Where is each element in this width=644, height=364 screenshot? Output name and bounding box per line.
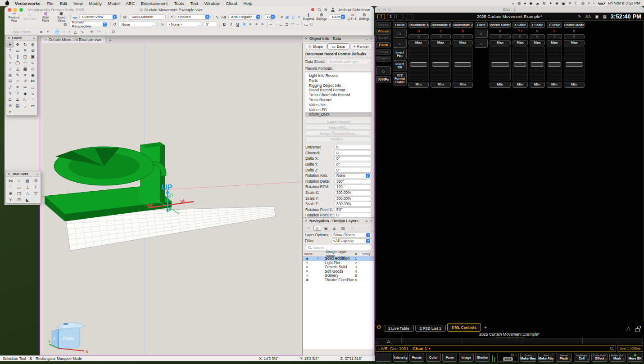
navigation-header[interactable]: ✕ Navigation - Design Layers ≡? (303, 218, 374, 224)
encoder-tab-generic-control[interactable]: Generic Control (490, 22, 511, 28)
menubar-status-icon[interactable]: ◒ (512, 1, 514, 5)
tool-set-icon[interactable]: ▤ (23, 177, 32, 184)
record-format-item-video-acc[interactable]: Video Acc (305, 103, 372, 108)
min-button[interactable]: Min (453, 82, 473, 88)
oi-field-input-scale-z[interactable]: 300.00% (335, 202, 372, 207)
home-button[interactable]: ⌂ (564, 34, 585, 39)
align-left-button[interactable]: ≡ (242, 22, 246, 27)
record-format-item-rigging-object-info[interactable]: Rigging Object Info (305, 83, 372, 88)
home-button[interactable]: ⌂ (376, 66, 391, 75)
max-button[interactable]: Max (547, 40, 562, 45)
max-button[interactable]: Max (408, 40, 429, 45)
corner-icon[interactable]: ∟ (279, 22, 283, 27)
menubar-item-entertainment[interactable]: Entertainment (138, 1, 171, 6)
eos-category-button-color[interactable]: Color (376, 36, 391, 41)
basic-tool-icon[interactable]: ✕ (14, 84, 22, 90)
menubar-status-icon[interactable]: ⌗ (588, 1, 590, 6)
design-layer-row-light-plot[interactable]: ✕Light Plot2 (303, 261, 374, 265)
render-mode-select[interactable]: Shaded (176, 14, 211, 20)
max-button[interactable]: Max (564, 40, 585, 45)
oi-field-input-rotation-point-x[interactable]: 5'0" (335, 207, 372, 212)
constraint-select[interactable]: None⌄ (118, 22, 155, 27)
oi-field-input-channel[interactable]: 0 (335, 151, 372, 156)
basic-tool-icon[interactable]: ∥ (14, 54, 22, 60)
zoom-window-button[interactable] (19, 8, 23, 12)
tool-sets-titlebar[interactable]: ✕ Tool Sets ≡ (6, 171, 41, 177)
parameter-key-image[interactable]: Image (459, 353, 474, 362)
menubar-item-text[interactable]: Text (187, 1, 201, 6)
navigation-view-icon[interactable]: ▣ (322, 225, 330, 231)
softkey-cell[interactable]: HighlightCell4 (574, 353, 590, 362)
menubar-status-icon[interactable]: ⚙ (543, 1, 546, 5)
mode-icon[interactable]: ⊞ (110, 29, 116, 35)
fillet-icon[interactable]: ⌐ (270, 22, 272, 27)
record-format-list[interactable]: Light Info RecordPartsRigging Object Inf… (305, 71, 372, 117)
basic-tool-icon[interactable]: ▭ (14, 48, 22, 54)
oi-field-input-rotation-point-y[interactable]: 0" (335, 213, 372, 218)
oi-field-input-rotation-delta[interactable]: 360° (335, 179, 372, 184)
basic-tool-icon[interactable]: ╱ (6, 84, 14, 90)
basic-tool-icon[interactable]: T (6, 48, 14, 54)
basic-tool-icon[interactable]: ▱ (14, 78, 22, 85)
align-plane-button[interactable]: ⊞ Align Plane (39, 12, 52, 22)
home-button[interactable]: ⌂ (512, 34, 528, 39)
basic-tool-icon[interactable]: ▭ (29, 103, 36, 109)
document-tab[interactable]: × Curtain Move...nt Example.vwx (41, 36, 105, 43)
softkey-flash[interactable]: AssertFlash3 (556, 353, 572, 362)
navigation-view-icon[interactable]: ◭ (331, 225, 338, 231)
keypad-icon[interactable]: ▦ (603, 14, 607, 19)
align-center-button[interactable]: ≡ (249, 22, 253, 27)
battery-icon[interactable] (598, 2, 604, 4)
minimize-window-button[interactable] (14, 8, 17, 12)
mode-icon[interactable]: ▫ (68, 29, 71, 35)
max-button[interactable]: Max (431, 40, 451, 45)
share-status-icon[interactable] (311, 8, 314, 11)
tool-set-icon[interactable]: ⊟ (15, 196, 23, 202)
basic-tool-icon[interactable]: ↻ (22, 41, 29, 48)
drawing-canvas[interactable]: UP SR SL US DS Front Le Y X (40, 43, 303, 355)
class-select[interactable]: <None>⌄ (166, 22, 201, 27)
tool-set-icon[interactable]: ⊥ (23, 184, 32, 190)
softkey-make-abs[interactable]: FanMake Abs2 (538, 353, 554, 362)
mode-icon[interactable]: ⊥ (104, 29, 109, 35)
new-tab-button[interactable]: + (109, 38, 112, 43)
close-palette-icon[interactable]: ✕ (8, 172, 10, 176)
home-button[interactable]: ⌂ (490, 34, 511, 39)
tool-set-icon[interactable]: △ (23, 190, 32, 196)
mode-icon[interactable]: △ (73, 29, 78, 35)
tool-set-icon[interactable]: ⊞ (32, 177, 40, 184)
menubar-item-window[interactable]: Window (201, 1, 223, 6)
oi-field-input-universe[interactable]: 0 (335, 145, 372, 150)
menubar-item-cloud[interactable]: Cloud (223, 1, 240, 6)
menubar-item-vectorworks[interactable]: Vectorworks (12, 1, 44, 6)
menubar-status-icon[interactable]: ✦ (549, 1, 552, 5)
mode-icon[interactable]: ▭ (54, 29, 60, 35)
basic-tool-icon[interactable]: ⊏ (6, 96, 14, 103)
command-search-icon[interactable] (610, 346, 613, 351)
navigation-view-icon[interactable]: ∴ (305, 225, 313, 231)
tool-set-icon[interactable]: ✛ (32, 184, 40, 190)
basic-tool-icon[interactable]: ◞ (22, 103, 29, 109)
panel-help-icon[interactable]: ? (370, 37, 372, 41)
design-layer-row-scenery[interactable]: ✕Scenery5 (303, 274, 374, 278)
align-justify-button[interactable]: ≡ (261, 22, 265, 27)
basic-tool-icon[interactable]: ⊘ (6, 103, 14, 109)
eos-group-tab-focus[interactable]: Focus (393, 22, 407, 28)
monitor-2-button[interactable]: 1 (387, 14, 395, 19)
snap-object-icon[interactable]: ▣ (285, 15, 289, 19)
softkey-mark[interactable]: Make NullMark6 (609, 353, 626, 362)
font-select[interactable]: Arial Regular (228, 14, 262, 20)
max-button[interactable]: Max (490, 40, 511, 45)
softkey-more-sk[interactable]: More SK (627, 353, 643, 362)
tool-set-icon[interactable]: Y (6, 196, 15, 202)
projection-icon[interactable]: ◍ (63, 22, 67, 27)
menubar-status-icon[interactable]: ▣ (562, 1, 565, 5)
menubar-status-icon[interactable]: ☁ (535, 1, 540, 5)
menubar-status-icon[interactable]: ☾ (575, 1, 578, 5)
softkey-make-man[interactable]: QueryMake Man1 (520, 353, 536, 362)
record-format-item-truss-chord-info-record[interactable]: Truss Chord Info Record (305, 93, 372, 98)
menubar-item-modify[interactable]: Modify (86, 1, 105, 6)
basic-tool-icon[interactable]: ◆ (22, 90, 29, 97)
eos-titlebar[interactable]: Eos : 1 (375, 6, 644, 13)
navigation-view-icon[interactable]: ◔ (348, 225, 355, 231)
